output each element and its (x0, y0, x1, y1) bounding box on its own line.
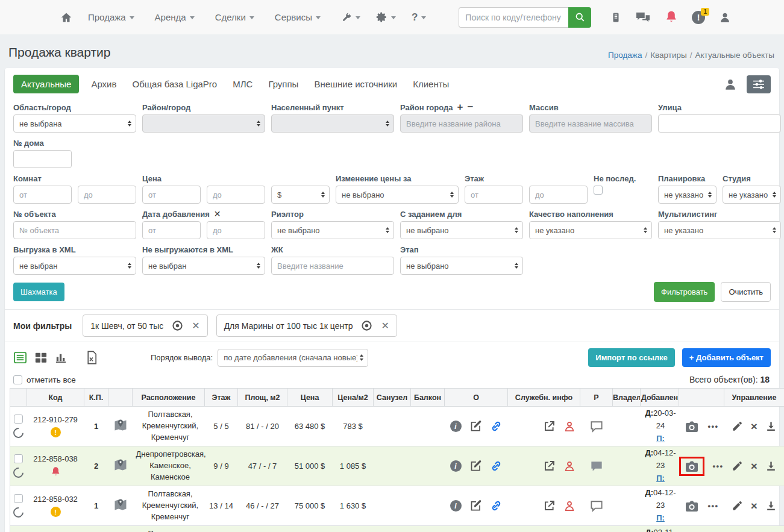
region-select[interactable]: не выбрана (13, 114, 136, 133)
saved-filter-chip[interactable]: Для Марины от 100 тыс 1к центр ✕ (216, 315, 397, 337)
district-select[interactable] (142, 114, 265, 133)
list-view-icon[interactable] (13, 351, 27, 365)
search-input[interactable] (459, 7, 568, 28)
task-for-select[interactable]: не выбрано (400, 221, 523, 239)
owner-contact-icon[interactable] (563, 421, 575, 433)
external-link-icon[interactable] (543, 499, 556, 512)
quality-select[interactable]: не указано (529, 221, 652, 239)
status-ring-icon[interactable] (11, 465, 26, 480)
price-change-select[interactable]: не выбрано (336, 186, 459, 204)
user-icon[interactable] (719, 11, 731, 24)
object-code[interactable]: 212-858-032 (33, 495, 78, 504)
download-icon[interactable] (765, 421, 777, 432)
search-button[interactable] (568, 7, 591, 28)
select-all-checkbox[interactable] (13, 375, 22, 384)
warning-icon[interactable]: ! (51, 507, 61, 517)
delete-icon[interactable]: × (751, 462, 757, 471)
date-added-to-input[interactable] (207, 221, 265, 239)
stage-select[interactable]: не выбрано (400, 257, 523, 275)
comment-icon[interactable] (590, 460, 603, 472)
price-to-input[interactable] (207, 186, 265, 204)
external-link-icon[interactable] (543, 420, 556, 433)
published-link[interactable]: П: (656, 513, 665, 522)
add-district-icon[interactable]: + (457, 104, 463, 110)
edit-icon[interactable] (732, 500, 743, 512)
chess-button[interactable]: Шахматка (13, 283, 64, 301)
status-ring-icon[interactable] (11, 505, 26, 519)
object-code[interactable]: 212-910-279 (33, 415, 78, 424)
nav-item-services[interactable]: Сервисы (275, 12, 321, 22)
breadcrumb-sales[interactable]: Продажа (608, 51, 642, 60)
tab-groups[interactable]: Группы (268, 75, 298, 93)
rooms-from-input[interactable] (13, 186, 72, 204)
chart-view-icon[interactable] (54, 351, 68, 365)
info-icon[interactable]: i (450, 421, 462, 432)
more-actions-icon[interactable]: ••• (712, 462, 723, 471)
map-icon[interactable] (113, 418, 128, 433)
currency-select[interactable]: $ (271, 186, 330, 204)
notifications-icon[interactable]: !1 (692, 11, 705, 24)
studio-select[interactable]: не указано (723, 186, 781, 204)
filter-settings-button[interactable] (747, 75, 771, 93)
camera-icon[interactable] (684, 499, 700, 513)
tab-mls[interactable]: МЛС (233, 75, 252, 93)
tab-common-base[interactable]: Общая база LigaPro (132, 75, 217, 93)
comment-icon[interactable] (590, 500, 603, 512)
nav-item-deals[interactable]: Сделки (215, 12, 254, 22)
row-checkbox[interactable] (14, 494, 23, 503)
device-icon[interactable] (610, 11, 621, 24)
nav-item-help[interactable]: ? (412, 11, 426, 23)
external-link-icon[interactable] (543, 460, 556, 472)
tab-external-sources[interactable]: Внешние источники (314, 75, 397, 93)
warning-icon[interactable]: ! (51, 427, 61, 437)
object-number-input[interactable] (13, 221, 136, 239)
remove-filter-icon[interactable]: ✕ (381, 322, 389, 330)
camera-icon[interactable] (684, 460, 700, 473)
eye-icon[interactable] (172, 320, 183, 331)
floor-from-input[interactable] (465, 186, 523, 204)
bell-icon[interactable] (665, 10, 678, 25)
more-actions-icon[interactable]: ••• (707, 501, 718, 510)
eye-icon[interactable] (361, 320, 372, 331)
published-link[interactable]: П: (656, 474, 665, 483)
nav-item-sales[interactable]: Продажа (88, 12, 134, 22)
map-icon[interactable] (113, 498, 128, 512)
import-by-link-button[interactable]: Импорт по ссылке (588, 348, 674, 367)
floor-to-input[interactable] (529, 186, 588, 204)
tab-clients[interactable]: Клиенты (413, 75, 449, 93)
order-select[interactable]: по дате добавления (сначала новые) (218, 349, 368, 367)
edit-note-icon[interactable] (469, 420, 482, 433)
grid-view-icon[interactable] (34, 351, 48, 365)
object-code[interactable]: 212-858-038 (33, 454, 78, 463)
delete-icon[interactable]: × (751, 422, 757, 431)
edit-note-icon[interactable] (469, 499, 482, 512)
tab-actual[interactable]: Актуальные (13, 75, 79, 93)
layout-select[interactable]: не указано (658, 186, 717, 204)
saved-filter-chip[interactable]: 1к Шевч, от 50 тыс ✕ (83, 315, 207, 337)
owner-contact-icon[interactable] (563, 500, 575, 512)
xml-not-upload-select[interactable]: не выбран (142, 257, 265, 275)
date-added-from-input[interactable] (142, 221, 201, 239)
remove-district-icon[interactable]: − (467, 104, 473, 110)
tab-archive[interactable]: Архив (91, 75, 116, 93)
nav-item-rent[interactable]: Аренда (155, 12, 195, 22)
remove-filter-icon[interactable]: ✕ (192, 322, 199, 330)
edit-note-icon[interactable] (469, 460, 482, 472)
edit-icon[interactable] (732, 460, 743, 472)
alert-bell-icon[interactable] (51, 466, 61, 478)
massif-input[interactable] (529, 114, 652, 133)
clear-button[interactable]: Очистить (721, 282, 771, 302)
agent-icon[interactable] (724, 78, 737, 91)
settlement-select[interactable] (271, 114, 394, 133)
add-object-button[interactable]: + Добавить объект (682, 348, 771, 367)
map-icon[interactable] (113, 458, 128, 472)
edit-icon[interactable] (732, 421, 743, 432)
xml-upload-select[interactable]: не выбран (13, 257, 136, 275)
nav-item-tools[interactable] (341, 12, 360, 23)
chat-bubbles-icon[interactable] (635, 11, 651, 24)
download-icon[interactable] (765, 500, 777, 512)
not-last-checkbox[interactable] (594, 186, 603, 195)
complex-input[interactable] (271, 257, 394, 275)
city-district-input[interactable] (400, 114, 523, 133)
filter-button[interactable]: Фильтровать (654, 282, 715, 302)
